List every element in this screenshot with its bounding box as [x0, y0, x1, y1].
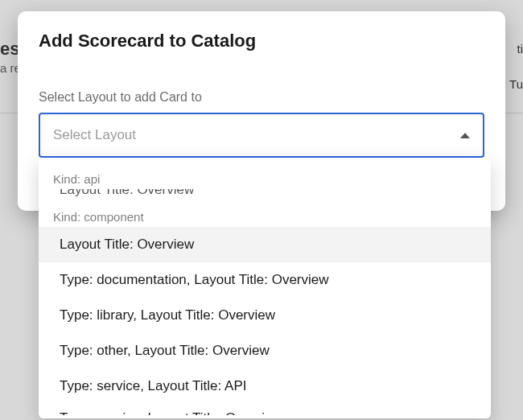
- layout-option[interactable]: Type: library, Layout Title: Overview: [39, 298, 491, 333]
- layout-option[interactable]: Type: documentation, Layout Title: Overv…: [39, 262, 491, 298]
- layout-option[interactable]: Type: other, Layout Title: Overview: [39, 333, 491, 369]
- layout-option[interactable]: Type: service, Layout Title: Overview: [39, 404, 491, 415]
- group-header-component: Kind: component: [39, 202, 491, 227]
- bg-text-fragment: Tu: [509, 77, 523, 91]
- caret-up-icon: [460, 133, 470, 138]
- modal-title: Add Scorecard to Catalog: [39, 31, 484, 51]
- bg-text-fragment: ti: [517, 42, 524, 56]
- group-header-api: Kind: api: [39, 164, 491, 189]
- select-layout-label: Select Layout to add Card to: [39, 90, 484, 105]
- select-layout-dropdown[interactable]: Select Layout: [39, 113, 484, 158]
- layout-options-dropdown: Kind: api Layout Title: Overview Kind: c…: [39, 158, 491, 418]
- bg-text-fragment: es: [0, 39, 19, 60]
- layout-option[interactable]: Layout Title: Overview: [39, 227, 491, 262]
- layout-option[interactable]: Layout Title: Overview: [39, 189, 491, 202]
- layout-option[interactable]: Type: service, Layout Title: API: [39, 369, 491, 404]
- select-placeholder: Select Layout: [53, 127, 136, 143]
